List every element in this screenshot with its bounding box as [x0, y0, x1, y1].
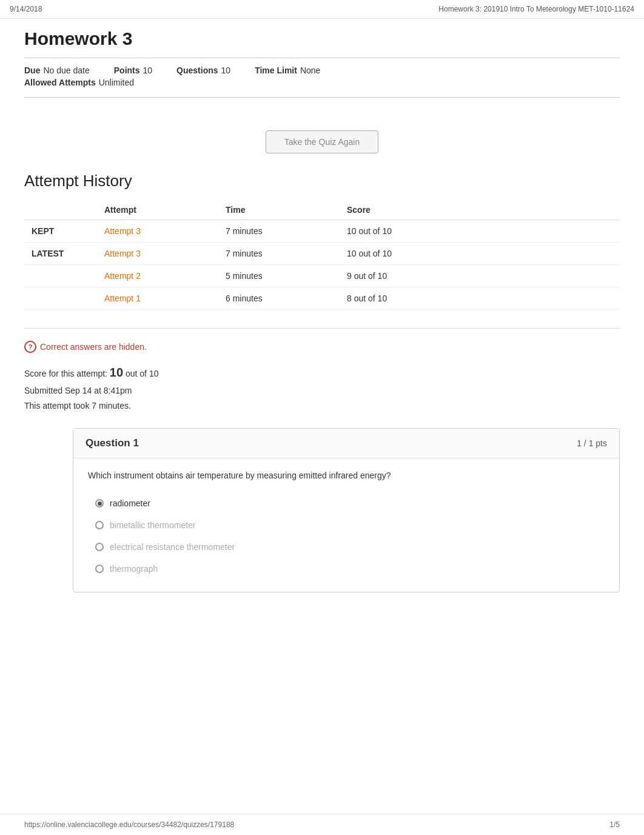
answer-options: radiometerbimetallic thermometerelectric… — [88, 492, 605, 580]
top-bar: 9/14/2018 Homework 3: 201910 Intro To Me… — [0, 0, 644, 19]
row-score: 9 out of 10 — [340, 265, 620, 287]
answer-text: electrical resistance thermometer — [110, 542, 235, 552]
questions-label: Questions — [176, 65, 218, 75]
score-info: Score for this attempt: 10 out of 10 Sub… — [24, 361, 620, 414]
question-1-title: Question 1 — [86, 437, 139, 449]
score-value: 10 — [110, 366, 123, 379]
question-1-text: Which instrument obtains air temperature… — [88, 471, 605, 480]
row-label — [24, 287, 97, 310]
attempt-table: Attempt Time Score KEPTAttempt 37 minute… — [24, 200, 620, 310]
radio-circle — [95, 565, 104, 573]
answer-option[interactable]: bimetallic thermometer — [88, 514, 605, 536]
row-attempt[interactable]: Attempt 3 — [97, 220, 218, 243]
row-label: KEPT — [24, 220, 97, 243]
row-score: 10 out of 10 — [340, 220, 620, 243]
info-bar: Due No due date Points 10 Questions 10 T… — [24, 58, 620, 98]
allowed-attempts-info: Allowed Attempts Unlimited — [24, 78, 134, 87]
answer-option[interactable]: electrical resistance thermometer — [88, 536, 605, 558]
correct-answers-text: Correct answers are hidden. — [40, 342, 147, 352]
row-label: LATEST — [24, 243, 97, 265]
time-limit-label: Time Limit — [255, 65, 297, 75]
score-suffix: out of 10 — [126, 369, 159, 378]
take-quiz-button[interactable]: Take the Quiz Again — [266, 130, 379, 153]
question-1-body: Which instrument obtains air temperature… — [73, 458, 619, 592]
allowed-attempts-label: Allowed Attempts — [24, 78, 96, 87]
correct-answers-notice: ? Correct answers are hidden. — [24, 341, 620, 353]
table-row: LATESTAttempt 37 minutes10 out of 10 — [24, 243, 620, 265]
question-1-pts: 1 / 1 pts — [577, 438, 607, 448]
radio-circle — [95, 543, 104, 551]
due-value: No due date — [43, 65, 89, 75]
submitted-text: Submitted Sep 14 at 8:41pm — [24, 383, 620, 398]
radio-circle — [95, 499, 104, 508]
table-row: Attempt 16 minutes8 out of 10 — [24, 287, 620, 310]
top-bar-date: 9/14/2018 — [10, 5, 42, 13]
col-header-0 — [24, 200, 97, 220]
time-limit-value: None — [300, 65, 320, 75]
row-time: 7 minutes — [218, 243, 340, 265]
top-bar-title: Homework 3: 201910 Intro To Meteorology … — [438, 5, 634, 13]
row-label — [24, 265, 97, 287]
col-header-time: Time — [218, 200, 340, 220]
points-info: Points 10 — [114, 65, 152, 75]
results-section: ? Correct answers are hidden. Score for … — [24, 328, 620, 414]
row-score: 8 out of 10 — [340, 287, 620, 310]
page-title: Homework 3 — [24, 29, 620, 49]
answer-text: thermograph — [110, 564, 158, 574]
attempt-history-title: Attempt History — [24, 172, 620, 190]
row-attempt[interactable]: Attempt 2 — [97, 265, 218, 287]
main-content: Homework 3 Due No due date Points 10 Que… — [0, 19, 644, 643]
take-quiz-section: Take the Quiz Again — [24, 112, 620, 172]
time-taken-text: This attempt took 7 minutes. — [24, 398, 620, 414]
col-header-score: Score — [340, 200, 620, 220]
answer-option[interactable]: thermograph — [88, 558, 605, 580]
questions-value: 10 — [221, 65, 231, 75]
radio-circle — [95, 521, 104, 529]
due-info: Due No due date — [24, 65, 90, 75]
time-limit-info: Time Limit None — [255, 65, 320, 75]
row-time: 5 minutes — [218, 265, 340, 287]
notice-icon: ? — [24, 341, 36, 353]
answer-text: bimetallic thermometer — [110, 520, 196, 530]
row-time: 6 minutes — [218, 287, 340, 310]
question-1-header: Question 1 1 / 1 pts — [73, 429, 619, 458]
due-label: Due — [24, 65, 40, 75]
answer-option[interactable]: radiometer — [88, 492, 605, 514]
row-attempt[interactable]: Attempt 3 — [97, 243, 218, 265]
points-label: Points — [114, 65, 140, 75]
points-value: 10 — [143, 65, 153, 75]
answer-text: radiometer — [110, 498, 150, 508]
questions-info: Questions 10 — [176, 65, 230, 75]
table-row: KEPTAttempt 37 minutes10 out of 10 — [24, 220, 620, 243]
table-row: Attempt 25 minutes9 out of 10 — [24, 265, 620, 287]
row-attempt[interactable]: Attempt 1 — [97, 287, 218, 310]
question-1-card: Question 1 1 / 1 pts Which instrument ob… — [73, 428, 620, 592]
row-time: 7 minutes — [218, 220, 340, 243]
score-prefix: Score for this attempt: — [24, 369, 107, 378]
col-header-attempt: Attempt — [97, 200, 218, 220]
row-score: 10 out of 10 — [340, 243, 620, 265]
allowed-attempts-value: Unlimited — [99, 78, 134, 87]
